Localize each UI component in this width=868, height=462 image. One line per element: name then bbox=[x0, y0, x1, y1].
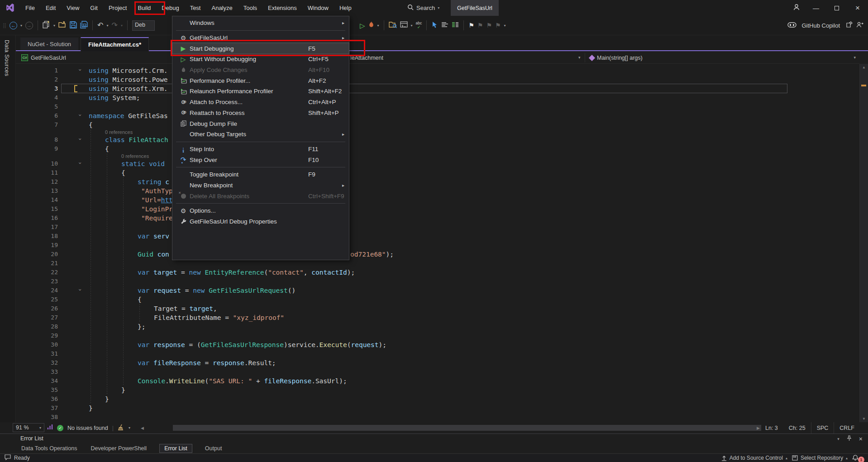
code-line-2[interactable]: 2using Microsoft.Powe bbox=[16, 75, 859, 84]
code-line-9[interactable]: 9{ bbox=[16, 144, 859, 153]
line-number[interactable]: 1 bbox=[40, 66, 58, 75]
hot-reload-caret-icon[interactable]: ▾ bbox=[377, 24, 379, 28]
line-number[interactable]: 29 bbox=[40, 331, 58, 340]
codelens-references[interactable]: 0 references bbox=[16, 129, 859, 135]
debug-menu-item-start-debugging[interactable]: ▶Start DebuggingF5 bbox=[172, 43, 349, 54]
project-dropdown[interactable]: C# GetFileSasUrl bbox=[21, 52, 66, 63]
navigate-back-caret-icon[interactable]: ▾ bbox=[20, 24, 22, 28]
code-line-3[interactable]: 3using Microsoft.Xrm. bbox=[16, 84, 859, 93]
maximize-button[interactable] bbox=[826, 0, 847, 16]
line-number[interactable]: 13 bbox=[40, 186, 58, 195]
find-in-files-button[interactable] bbox=[389, 21, 397, 29]
line-number[interactable]: 6 bbox=[40, 111, 58, 120]
code-line-26[interactable]: 26Target = target, bbox=[16, 304, 859, 313]
line-number[interactable]: 20 bbox=[40, 250, 58, 259]
fold-chevron-icon[interactable]: › bbox=[77, 138, 84, 141]
code-line-17[interactable]: 17 bbox=[16, 223, 859, 232]
spaces-indicator[interactable]: SPC bbox=[811, 422, 834, 433]
hot-reload-button[interactable] bbox=[368, 21, 374, 29]
code-line-22[interactable]: 22var target = new EntityReference("cont… bbox=[16, 268, 859, 277]
menu-debug[interactable]: Debug bbox=[156, 0, 184, 16]
line-number[interactable]: 3 bbox=[40, 84, 58, 93]
new-project-caret-icon[interactable]: ▾ bbox=[53, 24, 55, 28]
menu-analyze[interactable]: Analyze bbox=[206, 0, 238, 16]
line-ending-indicator[interactable]: CRLF bbox=[834, 422, 860, 433]
code-cleanup-icon[interactable] bbox=[118, 424, 124, 432]
line-number[interactable]: 30 bbox=[40, 340, 58, 349]
menu-project[interactable]: Project bbox=[103, 0, 132, 16]
undo-caret-icon[interactable]: ▾ bbox=[107, 24, 109, 28]
sync-active-document-button[interactable] bbox=[431, 21, 438, 30]
panel-close-icon[interactable]: × bbox=[859, 435, 863, 443]
line-number[interactable]: 27 bbox=[40, 313, 58, 322]
code-line-5[interactable]: 5 bbox=[16, 102, 859, 111]
code-line-6[interactable]: 6›namespace GetFileSas bbox=[16, 111, 859, 120]
code-line-8[interactable]: 8›class FileAttach bbox=[16, 135, 859, 144]
health-status-text[interactable]: No issues found bbox=[67, 425, 108, 431]
line-number[interactable]: 11 bbox=[40, 168, 58, 177]
codelens-references[interactable]: 0 references bbox=[16, 153, 859, 159]
code-line-16[interactable]: 16"Require bbox=[16, 214, 859, 223]
code-line-14[interactable]: 14"Url=htt bbox=[16, 195, 859, 205]
code-line-31[interactable]: 31 bbox=[16, 349, 859, 358]
previous-bookmark-button[interactable]: ⚑ bbox=[477, 22, 483, 29]
menu-view[interactable]: View bbox=[61, 0, 85, 16]
code-line-23[interactable]: 23 bbox=[16, 277, 859, 286]
format-document-button[interactable] bbox=[441, 22, 448, 29]
debug-menu-item-other-debug-targets[interactable]: Other Debug Targets▸ bbox=[172, 129, 349, 140]
type-dropdown-caret-icon[interactable]: ▾ bbox=[578, 55, 581, 60]
line-number[interactable]: 34 bbox=[40, 376, 58, 386]
code-cleanup-caret-icon[interactable]: ▾ bbox=[129, 426, 130, 430]
code-line-29[interactable]: 29 bbox=[16, 331, 859, 340]
debug-menu-item-apply-code-changes[interactable]: Apply Code ChangesAlt+F10 bbox=[172, 65, 349, 76]
debug-menu-item-getfilesasurl-debug-properties[interactable]: GetFileSasUrl Debug Properties bbox=[172, 216, 349, 227]
preview-window-button[interactable] bbox=[400, 21, 408, 29]
code-line-28[interactable]: 28}; bbox=[16, 322, 859, 331]
select-repository-button[interactable]: Select Repository ▴ bbox=[792, 455, 848, 461]
solution-configuration-combo[interactable]: Deb bbox=[132, 20, 155, 31]
code-line-10[interactable]: 10›static void bbox=[16, 159, 859, 168]
github-copilot-icon[interactable] bbox=[787, 22, 796, 29]
debug-menu-item-reattach-to-process[interactable]: ⚙⚙Reattach to ProcessShift+Alt+P bbox=[172, 108, 349, 119]
line-number[interactable]: 19 bbox=[40, 241, 58, 250]
line-number[interactable]: 17 bbox=[40, 223, 58, 232]
line-number[interactable]: 5 bbox=[40, 102, 58, 111]
type-dropdown[interactable]: leAttachment bbox=[350, 52, 383, 63]
close-button[interactable]: × bbox=[847, 0, 868, 16]
code-line-18[interactable]: 18var serv bbox=[16, 232, 859, 241]
member-dropdown-caret-icon[interactable]: ▾ bbox=[854, 55, 856, 60]
data-sources-side-tab[interactable]: Data Sources bbox=[4, 40, 10, 76]
save-button[interactable] bbox=[70, 21, 77, 30]
spell-check-button[interactable]: abc ✓ bbox=[416, 21, 422, 29]
menu-edit[interactable]: Edit bbox=[40, 0, 61, 16]
toggle-bookmark-button[interactable]: ⚑ bbox=[468, 22, 474, 29]
line-number[interactable]: 36 bbox=[40, 395, 58, 404]
debug-menu-item-relaunch-performance-profiler[interactable]: Relaunch Performance ProfilerShift+Alt+F… bbox=[172, 86, 349, 97]
notifications-button[interactable]: 1 bbox=[852, 453, 864, 462]
code-line-33[interactable]: 33 bbox=[16, 367, 859, 376]
start-without-debugging-button[interactable]: ▷ bbox=[360, 22, 365, 29]
line-number[interactable]: 37 bbox=[40, 404, 58, 413]
code-line-21[interactable]: 21 bbox=[16, 259, 859, 268]
scroll-down-icon[interactable]: ▼ bbox=[860, 417, 868, 421]
code-line-12[interactable]: 12string c bbox=[16, 177, 859, 186]
line-indicator[interactable]: Ln: 3 bbox=[760, 422, 783, 433]
add-to-source-control-button[interactable]: Add to Source Control ▴ bbox=[721, 455, 787, 461]
share-feedback-icon[interactable] bbox=[846, 21, 853, 29]
undo-button[interactable]: ↶ bbox=[97, 22, 103, 29]
code-line-20[interactable]: 20Guid conod721e68"); bbox=[16, 250, 859, 259]
indent-lines-button[interactable] bbox=[452, 22, 459, 29]
hscroll-left-icon[interactable]: ◀ bbox=[141, 426, 144, 430]
line-number[interactable]: 15 bbox=[40, 205, 58, 214]
line-number[interactable]: 32 bbox=[40, 358, 58, 367]
line-number[interactable]: 33 bbox=[40, 367, 58, 376]
redo-button[interactable]: ↷ bbox=[112, 22, 118, 29]
line-number[interactable]: 35 bbox=[40, 386, 58, 395]
tab-fileattachment[interactable]: FileAttachment.cs* bbox=[81, 37, 149, 51]
line-number[interactable]: 10 bbox=[40, 159, 58, 168]
code-editor[interactable]: 1›using Microsoft.Crm.2using Microsoft.P… bbox=[16, 64, 868, 422]
code-line-35[interactable]: 35} bbox=[16, 386, 859, 395]
debug-menu-item-step-over[interactable]: ↷•Step OverF10 bbox=[172, 154, 349, 165]
search-control[interactable]: Search ▾ bbox=[407, 0, 439, 16]
line-number[interactable]: 38 bbox=[40, 413, 58, 422]
